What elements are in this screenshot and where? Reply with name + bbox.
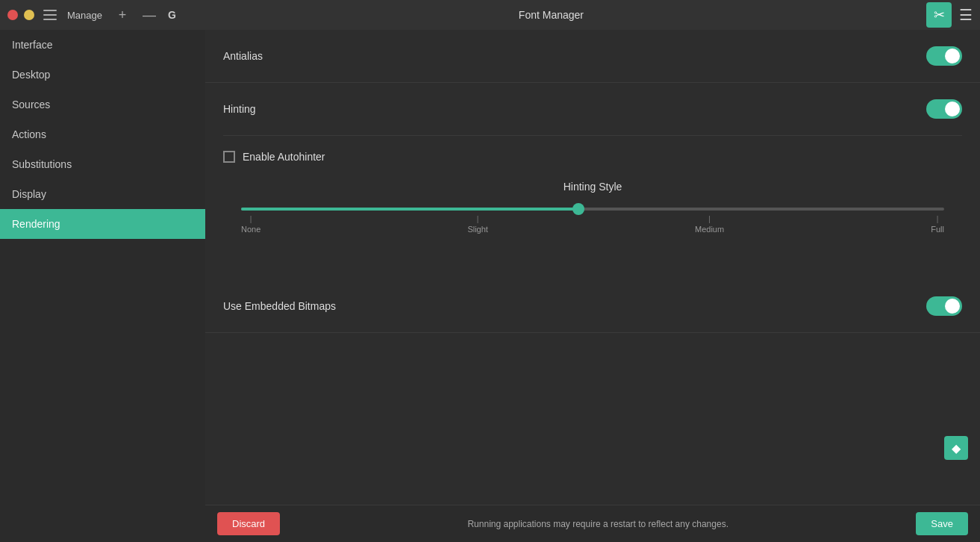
sidebar-item-sources[interactable]: Sources (0, 90, 205, 119)
sidebar-item-interface[interactable]: Interface (0, 30, 205, 60)
content-area: Antialias Hinting (205, 30, 980, 542)
embedded-bitmaps-label: Use Embedded Bitmaps (223, 300, 336, 312)
slider-fill (241, 208, 578, 211)
main-layout: Interface Desktop Sources Actions Substi… (0, 30, 980, 542)
hinting-label: Hinting (223, 103, 256, 115)
dash-icon[interactable]: — (143, 7, 156, 23)
slider-thumb (572, 203, 584, 215)
sidebar: Interface Desktop Sources Actions Substi… (0, 30, 205, 542)
hinting-section: Hinting Enable Autohinter Hinting Style (205, 83, 980, 274)
antialias-toggle[interactable] (926, 46, 962, 66)
sidebar-item-substitutions[interactable]: Substitutions (0, 149, 205, 179)
antialias-slider (926, 46, 962, 66)
font-g-label: G (168, 9, 176, 21)
titlebar: Manage + — G Font Manager ✂ ☰ (0, 0, 980, 30)
autohinter-label: Enable Autohinter (243, 151, 325, 163)
tick-medium: Medium (695, 215, 724, 234)
hinting-style-section: Hinting Style None Sl (223, 181, 962, 256)
hinting-header: Hinting (223, 83, 962, 136)
embedded-bitmaps-row: Use Embedded Bitmaps (205, 280, 980, 333)
slider-ticks: None Slight Medium Full (241, 215, 944, 234)
embedded-bitmaps-slider (926, 296, 962, 316)
menu-icon[interactable] (43, 10, 57, 20)
add-icon[interactable]: + (114, 7, 131, 23)
tick-none: None (241, 215, 260, 234)
embedded-bitmaps-toggle[interactable] (926, 296, 962, 316)
sidebar-item-display[interactable]: Display (0, 179, 205, 209)
help-icon-button[interactable]: ◆ (944, 436, 968, 460)
tick-full: Full (931, 215, 944, 234)
hinting-style-title: Hinting Style (241, 181, 944, 193)
scissor-button[interactable]: ✂ (926, 2, 952, 28)
slider-container: None Slight Medium Full (241, 200, 944, 256)
hamburger-button[interactable]: ☰ (959, 6, 973, 24)
window-controls: Manage + — G (7, 7, 176, 23)
hinting-toggle[interactable] (926, 99, 962, 119)
autohinter-checkbox[interactable] (223, 151, 235, 163)
titlebar-actions: ✂ ☰ (926, 2, 973, 28)
discard-button[interactable]: Discard (217, 512, 280, 535)
manage-label[interactable]: Manage (67, 10, 102, 21)
sidebar-item-desktop[interactable]: Desktop (0, 60, 205, 90)
minimize-dot[interactable] (24, 10, 34, 20)
autohinter-row: Enable Autohinter (223, 151, 962, 163)
tick-slight: Slight (467, 215, 488, 234)
antialias-row: Antialias (205, 30, 980, 83)
antialias-label: Antialias (223, 50, 263, 62)
footer-message: Running applications may require a resta… (467, 519, 728, 529)
sidebar-item-actions[interactable]: Actions (0, 119, 205, 149)
settings-panel: Antialias Hinting (205, 30, 980, 505)
save-button[interactable]: Save (916, 512, 968, 535)
close-dot[interactable] (7, 10, 18, 20)
sidebar-item-rendering[interactable]: Rendering (0, 209, 205, 239)
slider-track (241, 208, 944, 211)
footer-bar: Discard Running applications may require… (205, 505, 980, 542)
hinting-controls: Enable Autohinter Hinting Style (223, 136, 962, 256)
app-title: Font Manager (176, 9, 926, 21)
hinting-slider (926, 99, 962, 119)
